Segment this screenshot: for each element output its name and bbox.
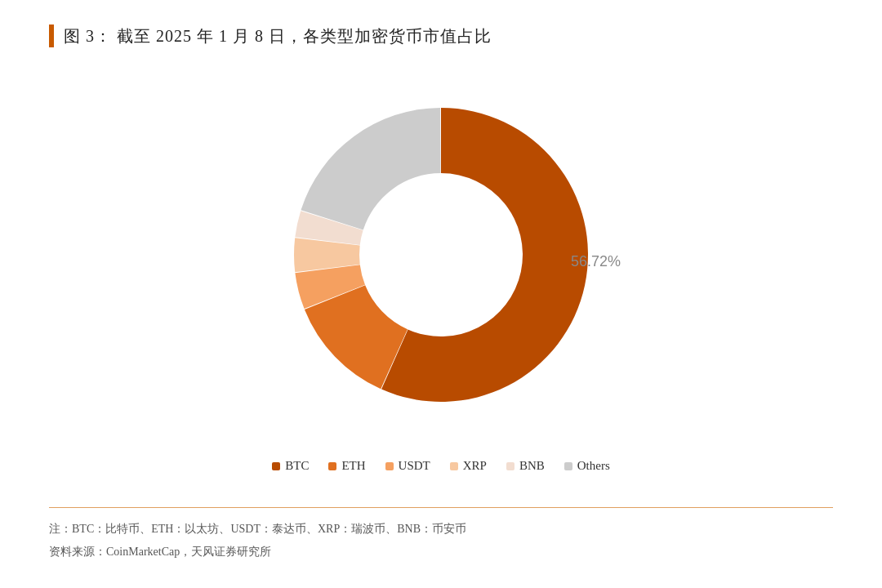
footnote-1: 注：BTC：比特币、ETH：以太坊、USDT：泰达币、XRP：瑞波币、BNB：币… — [49, 518, 833, 541]
donut-svg — [270, 83, 612, 426]
legend-label-bnb: BNB — [519, 459, 545, 473]
legend-item-eth: ETH — [328, 459, 365, 473]
segment-others — [301, 108, 441, 230]
legend-item-btc: BTC — [272, 459, 309, 473]
legend-dot-others — [564, 462, 572, 470]
legend-label-xrp: XRP — [463, 459, 487, 473]
legend-label-others: Others — [577, 459, 610, 473]
donut-chart: 56.72% — [270, 83, 612, 426]
legend-item-others: Others — [564, 459, 610, 473]
footnote-area: 注：BTC：比特币、ETH：以太坊、USDT：泰达币、XRP：瑞波币、BNB：币… — [49, 518, 833, 564]
legend-dot-usdt — [385, 462, 394, 470]
legend-item-bnb: BNB — [506, 459, 545, 473]
title-accent — [49, 24, 54, 47]
legend-dot-btc — [272, 462, 280, 470]
legend-dot-eth — [328, 462, 336, 470]
chart-area: 56.72% BTCETHUSDTXRPBNBOthers — [49, 64, 833, 492]
legend-item-xrp: XRP — [450, 459, 487, 473]
legend-dot-xrp — [450, 462, 458, 470]
footnote-2: 资料来源：CoinMarketCap，天风证券研究所 — [49, 541, 833, 564]
legend-label-eth: ETH — [341, 459, 365, 473]
chart-title: 图 3： 截至 2025 年 1 月 8 日，各类型加密货币市值占比 — [64, 25, 492, 47]
title-bar: 图 3： 截至 2025 年 1 月 8 日，各类型加密货币市值占比 — [49, 24, 833, 47]
divider — [49, 507, 833, 508]
main-container: 图 3： 截至 2025 年 1 月 8 日，各类型加密货币市值占比 56.72… — [0, 0, 882, 588]
chart-legend: BTCETHUSDTXRPBNBOthers — [272, 459, 610, 473]
legend-label-usdt: USDT — [399, 459, 430, 473]
legend-item-usdt: USDT — [385, 459, 430, 473]
btc-percentage-label: 56.72% — [571, 253, 621, 270]
legend-dot-bnb — [506, 462, 514, 470]
legend-label-btc: BTC — [285, 459, 309, 473]
